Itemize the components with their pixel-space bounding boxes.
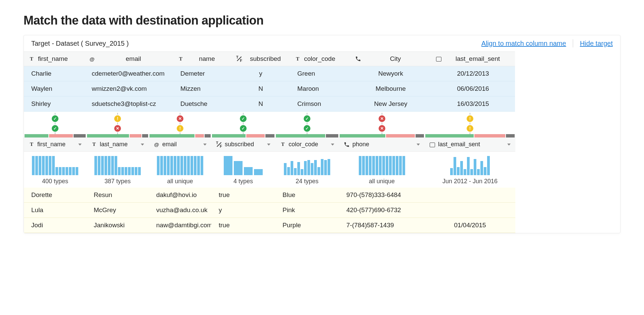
target-column-header: subscribed	[231, 51, 290, 66]
match-status-indicator: !✕	[86, 113, 149, 134]
boolean-type-icon	[216, 142, 222, 148]
boolean-type-icon	[236, 56, 242, 62]
source-cell: dakuf@hovi.io	[149, 188, 211, 203]
source-column-header[interactable]: email	[149, 137, 211, 152]
source-cell: Pink	[275, 203, 339, 218]
status-badge-err: ✕	[379, 125, 385, 132]
source-column-header[interactable]: Tcolor_code	[275, 137, 339, 152]
histogram-summary: all unique	[346, 178, 418, 185]
status-badge-warn: !	[114, 115, 121, 122]
target-dataset-title: Target - Dataset ( Survey_2015 )	[31, 40, 481, 47]
target-column-name: first_name	[38, 55, 80, 63]
source-column-name: phone	[352, 141, 414, 148]
text-type-icon: T	[295, 56, 301, 62]
status-badge-warn: !	[467, 115, 473, 122]
column-dropdown-caret-icon[interactable]	[331, 144, 334, 146]
target-column-name: name	[187, 55, 227, 63]
quality-segment-bar	[275, 134, 339, 137]
target-cell: Charlie	[24, 66, 84, 81]
target-cell: Crimson	[290, 96, 350, 112]
match-status-indicator: ✓✓	[24, 113, 86, 134]
target-column-header: Tcolor_code	[290, 51, 350, 66]
target-cell: New Jersey	[350, 96, 431, 112]
status-badge-ok: ✓	[304, 115, 310, 122]
source-cell: vuzha@adu.co.uk	[149, 203, 211, 218]
target-cell: Melbourne	[350, 81, 431, 96]
source-cell: 01/04/2015	[425, 218, 515, 233]
histogram-summary: all unique	[156, 178, 205, 185]
source-column-header[interactable]: Tfirst_name	[24, 137, 86, 152]
histogram-summary: Jun 2012 - Jun 2016	[431, 178, 509, 185]
target-column-header: last_email_sent	[431, 51, 515, 66]
column-dropdown-caret-icon[interactable]	[507, 144, 511, 146]
source-cell: Purple	[275, 218, 339, 233]
status-badge-ok: ✓	[52, 115, 58, 122]
source-cell: Jodi	[24, 218, 86, 233]
source-column-header[interactable]: phone	[339, 137, 425, 152]
status-badge-ok: ✓	[240, 115, 247, 122]
source-column-header[interactable]: last_email_sent	[425, 137, 515, 152]
align-column-link[interactable]: Align to match column name	[481, 40, 566, 47]
source-cell	[425, 203, 515, 218]
quality-segment-bar	[425, 134, 515, 137]
source-cell: Janikowski	[86, 218, 149, 233]
target-column-name: last_email_sent	[445, 55, 510, 63]
column-histogram: all unique	[149, 152, 211, 188]
source-column-header[interactable]: Tlast_name	[86, 137, 149, 152]
status-badge-err: ✕	[379, 115, 385, 122]
histogram-summary: 400 types	[31, 178, 80, 185]
column-histogram: 4 types	[211, 152, 275, 188]
target-column-header: City	[350, 51, 431, 66]
histogram-summary: 387 types	[93, 178, 142, 185]
email-type-icon	[154, 142, 160, 148]
target-column-header: Tfirst_name	[24, 51, 84, 66]
target-cell: Shirley	[24, 96, 84, 112]
match-status-indicator: ✓✓	[275, 113, 339, 134]
column-histogram: 24 types	[275, 152, 339, 188]
column-dropdown-caret-icon[interactable]	[417, 144, 420, 146]
column-dropdown-caret-icon[interactable]	[267, 144, 270, 146]
status-badge-err: ✕	[114, 125, 121, 132]
target-cell: 20/12/2013	[431, 66, 515, 81]
status-badge-err: ✕	[177, 115, 183, 122]
target-column-header: email	[84, 51, 173, 66]
target-cell: Waylen	[24, 81, 84, 96]
source-cell	[425, 188, 515, 203]
hide-target-link[interactable]: Hide target	[580, 40, 613, 47]
source-column-name: subscribed	[225, 141, 264, 148]
column-histogram: 387 types	[86, 152, 149, 188]
target-column-name: email	[98, 55, 168, 63]
target-cell: Newyork	[350, 66, 431, 81]
toolbar: Target - Dataset ( Survey_2015 ) Align t…	[24, 35, 620, 51]
status-badge-ok: ✓	[240, 125, 247, 132]
column-dropdown-caret-icon[interactable]	[141, 144, 144, 146]
source-cell: Dorette	[24, 188, 86, 203]
column-dropdown-caret-icon[interactable]	[78, 144, 82, 146]
column-dropdown-caret-icon[interactable]	[203, 144, 207, 146]
target-cell: sduetsche3@toplist-cz	[84, 96, 173, 112]
source-cell: 420-(577)690-6732	[339, 203, 425, 218]
source-column-name: last_name	[100, 141, 138, 148]
phone-type-icon	[355, 56, 361, 62]
quality-segment-bar	[211, 134, 275, 137]
match-status-indicator: ✓✓	[211, 113, 275, 134]
target-cell: Duetsche	[173, 96, 231, 112]
target-column-name: color_code	[304, 55, 346, 63]
target-column-header: Tname	[173, 51, 231, 66]
source-cell: y	[211, 203, 275, 218]
date-type-icon	[436, 56, 442, 62]
column-histogram: Jun 2012 - Jun 2016	[425, 152, 515, 188]
target-cell: 16/03/2015	[431, 96, 515, 112]
status-badge-warn: !	[177, 125, 183, 132]
target-column-name: City	[364, 55, 426, 63]
text-type-icon: T	[91, 142, 97, 148]
source-cell: Lula	[24, 203, 86, 218]
status-badge-ok: ✓	[304, 125, 310, 132]
source-column-name: color_code	[289, 141, 328, 148]
match-status-indicator: !!	[425, 113, 515, 134]
source-column-header[interactable]: subscribed	[211, 137, 275, 152]
histogram-summary: 24 types	[282, 178, 332, 185]
target-cell: N	[231, 81, 290, 96]
target-cell: Demeter	[173, 66, 231, 81]
source-cell: naw@damtibgi.com	[149, 218, 211, 233]
